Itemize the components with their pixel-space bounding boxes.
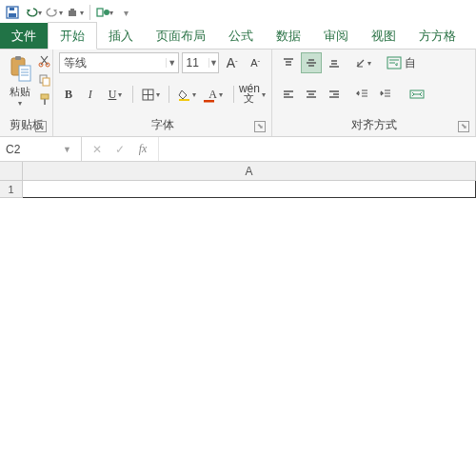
- underline-button[interactable]: U▾: [103, 84, 129, 105]
- svg-rect-18: [204, 100, 214, 103]
- wrap-label: 自: [405, 55, 416, 71]
- svg-rect-2: [10, 8, 14, 10]
- formula-input[interactable]: [159, 137, 476, 161]
- tab-view[interactable]: 视图: [360, 23, 407, 49]
- formula-bar: ▼ ✕ ✓ fx: [0, 137, 476, 162]
- svg-rect-1: [9, 13, 16, 17]
- separator: [89, 5, 90, 20]
- wrap-text-button[interactable]: 自: [383, 53, 420, 73]
- clipboard-group-label: 剪贴板⬊: [6, 115, 47, 136]
- increase-font-icon[interactable]: Aˆ: [222, 52, 243, 73]
- phonetic-button[interactable]: wén文▾: [239, 84, 266, 105]
- font-group-label: 字体⬊: [59, 115, 266, 136]
- alignment-dialog-launcher[interactable]: ⬊: [458, 121, 469, 132]
- cells-area[interactable]: [23, 181, 476, 476]
- tab-insert[interactable]: 插入: [97, 23, 145, 49]
- align-left-icon[interactable]: [278, 84, 299, 105]
- paste-label: 粘贴: [10, 85, 30, 99]
- fill-color-button[interactable]: ▾: [174, 84, 200, 105]
- format-painter-icon[interactable]: [36, 90, 53, 108]
- orientation-button[interactable]: ▾: [352, 52, 373, 73]
- chevron-down-icon[interactable]: ▼: [208, 58, 218, 68]
- decrease-indent-icon[interactable]: [352, 84, 373, 105]
- tab-file[interactable]: 文件: [0, 23, 48, 49]
- name-box[interactable]: ▼: [0, 137, 82, 161]
- svg-rect-17: [179, 99, 189, 101]
- customize-icon[interactable]: ▾: [67, 4, 84, 21]
- decrease-font-icon[interactable]: Aˇ: [245, 52, 266, 73]
- borders-button[interactable]: ▾: [138, 84, 164, 105]
- cut-icon[interactable]: [36, 52, 53, 69]
- svg-rect-3: [69, 10, 76, 16]
- row-header-1[interactable]: 1: [0, 181, 22, 198]
- svg-rect-4: [70, 9, 74, 10]
- merge-center-button[interactable]: [406, 86, 428, 103]
- worksheet-grid: A 1: [0, 162, 476, 476]
- row-headers: 1: [0, 181, 23, 198]
- fx-icon[interactable]: fx: [131, 140, 154, 159]
- font-color-button[interactable]: A▾: [203, 84, 228, 105]
- align-middle-icon[interactable]: [301, 52, 322, 73]
- svg-rect-15: [44, 99, 46, 105]
- undo-icon[interactable]: ▾: [25, 4, 42, 21]
- clipboard-dialog-launcher[interactable]: ⬊: [35, 121, 47, 132]
- select-all-corner[interactable]: [0, 162, 23, 181]
- save-icon[interactable]: [4, 4, 21, 21]
- align-top-icon[interactable]: [278, 52, 299, 73]
- font-name-combo[interactable]: ▼: [59, 52, 179, 73]
- ribbon-tabs: 文件 开始 插入 页面布局 公式 数据 审阅 视图 方方格: [0, 25, 476, 50]
- tab-review[interactable]: 审阅: [312, 23, 360, 49]
- font-dialog-launcher[interactable]: ⬊: [254, 121, 266, 132]
- chevron-down-icon[interactable]: ▼: [57, 145, 77, 154]
- group-alignment: ▾ 自 对齐方式⬊: [272, 50, 476, 136]
- svg-rect-8: [15, 56, 21, 60]
- font-name-input[interactable]: [60, 56, 166, 69]
- redo-icon[interactable]: ▾: [46, 4, 63, 21]
- chevron-down-icon[interactable]: ▼: [166, 58, 178, 68]
- tab-formula[interactable]: 公式: [217, 23, 265, 49]
- tab-ffgrid[interactable]: 方方格: [407, 23, 467, 49]
- qat-more-icon[interactable]: ▾: [117, 4, 134, 21]
- increase-indent-icon[interactable]: [375, 84, 396, 105]
- svg-rect-14: [41, 94, 49, 99]
- tab-data[interactable]: 数据: [265, 23, 312, 49]
- font-size-input[interactable]: [183, 56, 208, 69]
- italic-button[interactable]: I: [81, 84, 100, 105]
- addon-icon[interactable]: ▾: [96, 4, 113, 21]
- group-font: ▼ ▼ Aˆ Aˇ B I U▾ ▾ ▾ A▾ wén文▾ 字体⬊: [53, 50, 272, 136]
- ribbon: 粘贴 ▾ 剪贴板⬊ ▼ ▼ Aˆ Aˇ B I U▾ ▾ ▾ A▾: [0, 50, 476, 137]
- font-size-combo[interactable]: ▼: [182, 52, 219, 73]
- svg-rect-5: [97, 9, 103, 16]
- svg-rect-13: [43, 78, 50, 86]
- copy-icon[interactable]: [36, 71, 53, 89]
- tab-layout[interactable]: 页面布局: [145, 23, 217, 49]
- tab-home[interactable]: 开始: [48, 22, 97, 50]
- column-header-a[interactable]: A: [23, 162, 476, 180]
- svg-rect-9: [19, 66, 30, 81]
- group-clipboard: 粘贴 ▾ 剪贴板⬊: [0, 50, 53, 136]
- formula-input-wrap: [158, 137, 476, 161]
- align-center-icon[interactable]: [301, 84, 322, 105]
- align-bottom-icon[interactable]: [324, 52, 345, 73]
- name-box-input[interactable]: [0, 143, 57, 156]
- alignment-group-label: 对齐方式⬊: [278, 115, 469, 136]
- bold-button[interactable]: B: [59, 84, 78, 105]
- align-right-icon[interactable]: [324, 84, 345, 105]
- paste-button[interactable]: 粘贴 ▾: [6, 52, 34, 109]
- cell-a1[interactable]: [23, 181, 476, 198]
- cancel-formula-icon[interactable]: ✕: [86, 140, 109, 159]
- enter-formula-icon[interactable]: ✓: [109, 140, 131, 159]
- column-headers: A: [23, 162, 476, 181]
